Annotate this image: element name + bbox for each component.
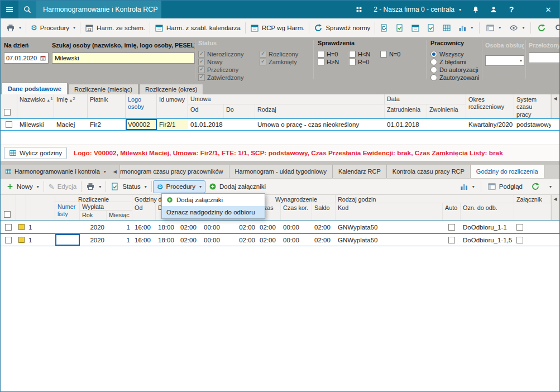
zalacznik-checkbox[interactable] (516, 224, 523, 231)
doc-refresh-icon-button[interactable] (376, 22, 392, 34)
sprawdzenia-hltn-checkbox[interactable]: H<N (349, 50, 370, 58)
cell-umowa-do[interactable] (224, 119, 255, 130)
menu-item-oznacz-nadgodziny[interactable]: Oznacz nadgodziny do odbioru (162, 206, 265, 218)
cell-czas-kor[interactable]: 00:00 (281, 221, 312, 233)
cell-czas[interactable]: 02:00 (257, 234, 281, 246)
row-checkbox[interactable] (5, 237, 12, 243)
cell-do[interactable]: 18:00 (156, 221, 178, 233)
doc-check-icon-button[interactable] (392, 22, 408, 34)
search-settings-button[interactable] (551, 22, 560, 34)
tab-rozliczenie-miesiac[interactable]: Rozliczenie (miesiąc) (68, 84, 138, 94)
sprawdzenia-hgtn-checkbox[interactable]: H>N (318, 58, 424, 66)
rcp-wg-harm-button[interactable]: RCP wg Harm. (247, 22, 308, 34)
refresh-data-button-bottom[interactable] (528, 180, 543, 193)
cell-ozn[interactable]: DoOdbioru_1-1,5 (461, 234, 514, 246)
select-all-checkbox[interactable] (4, 109, 11, 116)
nowy-button[interactable]: Nowy▾ (3, 181, 42, 192)
hours-row[interactable]: 1 2020 1 16:00 18:00 02:00 00:00 02:00 0… (1, 221, 559, 233)
cell-umowa-od[interactable]: 01.01.2018 (188, 119, 224, 130)
employee-row[interactable]: Milewski Maciej Fir2 V00002 Fir2/1 01.01… (1, 118, 559, 131)
cell-lp[interactable]: 1 (26, 234, 55, 246)
pracownicy-zautoryzowani-radio[interactable]: Zautoryzowani (430, 74, 482, 82)
col-auto[interactable]: Auto (443, 203, 461, 220)
col-zatrudnienia[interactable]: Zatrudnienia (385, 104, 427, 118)
cell-rok[interactable]: 2020 (80, 234, 107, 246)
select-all-bottom-checkbox[interactable] (4, 211, 11, 218)
cell-g4[interactable]: 00:00 (202, 221, 224, 233)
cell-saldo[interactable]: 02:00 (312, 234, 336, 246)
cell-saldo[interactable]: 02:00 (312, 221, 336, 233)
wylicz-godziny-button[interactable]: Wylicz godziny (4, 147, 67, 159)
window-tab[interactable]: Harmonogramowanie i Kontrola RCP (36, 1, 161, 18)
user-profile-icon[interactable] (485, 1, 502, 18)
apps-grid-icon[interactable] (350, 1, 368, 18)
tabs-scroll-left-icon[interactable]: ◀ (111, 165, 119, 178)
cell-g3[interactable]: 02:00 (178, 234, 202, 246)
col-imie[interactable]: Imię▲2 (54, 94, 88, 118)
auto-checkbox[interactable] (448, 224, 455, 231)
row-checkbox[interactable] (6, 121, 12, 128)
notifications-bell-icon[interactable] (467, 1, 485, 18)
cell-g5[interactable]: 02:00 (224, 234, 257, 246)
cell-ozn[interactable]: DoOdbioru_1-1 (461, 221, 514, 233)
pracownicy-z-bledami-radio[interactable]: Z błędami (430, 58, 482, 66)
cell-g3[interactable]: 02:00 (178, 221, 202, 233)
cell-od[interactable]: 16:00 (132, 234, 156, 246)
cell-rodzaj[interactable]: Umowa o pracę - czas nieokreślony (255, 119, 385, 130)
edycja-button[interactable]: ✎Edycja (45, 181, 80, 193)
tab-harmonogram-uklad-tygodniowy[interactable]: Harmonogram - układ tygodniowy (229, 165, 332, 178)
sprawdz-normy-button[interactable]: Sprawdź normy (310, 22, 374, 34)
cell-system[interactable]: podstawowy (514, 119, 551, 130)
more-options-button[interactable]: ▾ (545, 183, 555, 191)
cell-kod[interactable]: GNWyplata50 (336, 221, 443, 233)
cell-imie[interactable]: Maciej (54, 119, 88, 130)
calendar-edit-icon-button[interactable] (408, 22, 423, 34)
col-zwolnienia[interactable]: Zwolnienia (427, 104, 466, 118)
hamburger-menu-icon[interactable] (1, 1, 18, 18)
col-rok[interactable]: Rok (80, 211, 107, 220)
tab-godziny-do-rozliczenia[interactable]: Godziny do rozliczenia (470, 165, 544, 178)
row-checkbox[interactable] (5, 224, 12, 231)
scroll-columns-left-icon[interactable]: ◀ (551, 195, 559, 220)
hours-row[interactable]: 1 2020 1 16:00 18:00 02:00 00:00 02:00 0… (1, 233, 559, 246)
cell-rok[interactable]: 2020 (80, 221, 107, 233)
calendar-check-icon-button[interactable] (423, 22, 439, 34)
na-dzien-date-input[interactable]: 07.01.2020 (4, 52, 49, 64)
col-ozn-do-odb[interactable]: Ozn. do odb. (461, 203, 514, 220)
cell-zwolnienia[interactable] (427, 119, 466, 130)
harm-z-szabl-button[interactable]: Harm. z szabl. kalendarza (151, 22, 244, 34)
status-zatwierdzony-checkbox[interactable]: Zatwierdzony (198, 74, 312, 82)
cell-lp[interactable]: 1 (26, 221, 55, 233)
podglad-button[interactable]: Podgląd (484, 180, 526, 193)
tab-dane-podstawowe[interactable]: Dane podstawowe (2, 83, 68, 94)
cell-czas[interactable]: 02:00 (257, 221, 281, 233)
refresh-data-button[interactable] (534, 22, 549, 34)
scroll-columns-left-icon[interactable]: ◀ (551, 94, 559, 118)
global-search-icon[interactable] (18, 1, 36, 18)
cell-miesiac[interactable]: 1 (107, 234, 132, 246)
przelozony-field[interactable] (529, 52, 560, 63)
cell-numer-listy-focused[interactable] (55, 234, 80, 246)
print-button[interactable]: ▾ (3, 22, 25, 34)
osoba-obslugujaca-select[interactable]: ▾ (485, 55, 524, 66)
print-button-bottom[interactable]: ▾ (83, 180, 104, 193)
tab-kontrola-czasu-pracy-rcp[interactable]: Kontrola czasu pracy RCP (386, 165, 470, 178)
col-kod[interactable]: Kod (336, 203, 443, 220)
cell-id-umowy[interactable]: Fir2/1 (157, 119, 188, 130)
tab-rozliczenie-okres[interactable]: Rozliczenie (okres) (139, 84, 204, 94)
col-logo-osoby[interactable]: Logo osoby (126, 94, 157, 118)
status-rozliczony-checkbox[interactable]: Rozliczony (260, 50, 298, 58)
panel-selector[interactable]: Harmonogramowanie i kontrola ▾ (1, 165, 111, 178)
sprawdzenia-h0-checkbox[interactable]: H=0 (318, 50, 424, 58)
harm-ze-schem-button[interactable]: Harm. ze schem. (82, 22, 149, 34)
cell-g5[interactable]: 02:00 (224, 221, 257, 233)
chart-view-button-bottom[interactable]: ▾ (456, 180, 478, 193)
cell-numer-listy[interactable] (55, 221, 80, 233)
tab-harmonogram-czasu-pracy[interactable]: Harmonogram czasu pracy pracowników (119, 165, 229, 178)
cell-zatrudnienia[interactable]: 01.01.2018 (385, 119, 427, 130)
dodaj-zalaczniki-button[interactable]: Dodaj załączniki (205, 181, 269, 192)
col-umowa-do[interactable]: Do (224, 104, 255, 118)
chart-view-button[interactable]: ▾ (454, 22, 476, 34)
sprawdzenia-n0-checkbox[interactable]: N=0 (380, 50, 401, 58)
col-platnik[interactable]: Płatnik (88, 94, 126, 118)
